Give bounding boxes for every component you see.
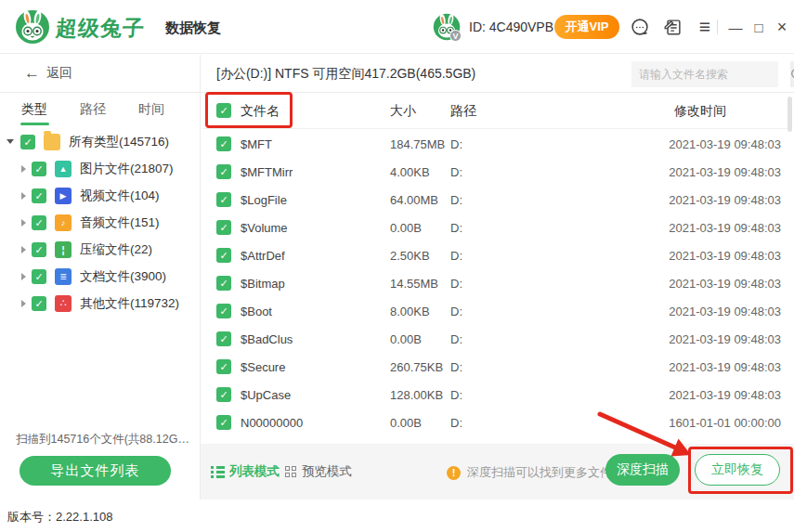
file-name: $Volume: [241, 221, 288, 235]
file-path: D:: [450, 137, 462, 151]
tree-item-videos[interactable]: ▶ 视频文件(104): [0, 182, 199, 209]
search-icon[interactable]: [790, 61, 794, 87]
tree-item-documents[interactable]: ≡ 文档文件(3900): [0, 263, 199, 290]
select-all-checkbox[interactable]: [216, 103, 231, 118]
table-row[interactable]: $BadClus 0.00B D: 2021-03-19 09:48:03: [202, 325, 787, 353]
file-path: D:: [450, 165, 462, 179]
column-path[interactable]: 路径: [450, 103, 476, 120]
row-checkbox[interactable]: [216, 192, 231, 207]
file-size: 260.75KB: [390, 360, 443, 374]
file-size: 128.00KB: [390, 388, 443, 402]
hint-text: 深度扫描可以找到更多文件: [467, 464, 612, 481]
search-input[interactable]: [631, 61, 790, 87]
tab-time[interactable]: 时间: [138, 101, 164, 118]
row-checkbox[interactable]: [216, 304, 231, 318]
table-row[interactable]: $MFTMirr 4.00KB D: 2021-03-19 09:48:03: [202, 158, 787, 186]
tree-checkbox[interactable]: [32, 188, 46, 203]
drive-info-title: [办公(D:)] NTFS 可用空间417.2GB(465.5GB): [216, 66, 475, 83]
table-row[interactable]: $AttrDef 2.50KB D: 2021-03-19 09:48:03: [202, 241, 787, 269]
deep-scan-hint: ! 深度扫描可以找到更多文件: [447, 464, 612, 481]
table-row[interactable]: N00000000 0.00B D: 1601-01-01 00:00:00: [202, 409, 787, 436]
back-arrow-icon: ←: [24, 64, 40, 83]
file-name: $UpCase: [241, 388, 291, 402]
column-size[interactable]: 大小: [390, 103, 416, 120]
file-modified: 2021-03-19 09:48:03: [641, 388, 781, 402]
row-checkbox[interactable]: [216, 387, 231, 402]
tree-label: 图片文件(21807): [80, 161, 174, 177]
app-name-suffix: 数据恢复: [165, 19, 221, 37]
file-path: D:: [450, 305, 462, 318]
row-checkbox[interactable]: [216, 415, 231, 430]
scrollbar-thumb[interactable]: [787, 97, 792, 132]
tree-item-audio[interactable]: ♪ 音频文件(151): [0, 209, 199, 236]
tree-checkbox[interactable]: [32, 242, 46, 257]
file-size: 0.00B: [390, 332, 422, 346]
tree-checkbox[interactable]: [20, 135, 35, 149]
row-checkbox[interactable]: [216, 359, 231, 374]
row-checkbox[interactable]: [216, 276, 231, 291]
table-row[interactable]: $LogFile 64.00MB D: 2021-03-19 09:48:03: [202, 186, 787, 214]
customer-service-icon[interactable]: [630, 17, 650, 37]
table-row[interactable]: $Secure 260.75KB D: 2021-03-19 09:48:03: [202, 353, 787, 381]
file-name: N00000000: [241, 416, 303, 430]
tree-item-others[interactable]: ∴ 其他文件(119732): [0, 290, 199, 317]
caret-down-icon[interactable]: [7, 139, 14, 144]
tree-label: 其他文件(119732): [80, 295, 179, 312]
tree-item-all-types[interactable]: 所有类型(145716): [0, 128, 199, 155]
row-checkbox[interactable]: [216, 164, 231, 179]
file-name: $MFT: [241, 137, 272, 151]
hamburger-menu-icon[interactable]: ≡: [695, 17, 715, 37]
list-mode-button[interactable]: 列表模式: [211, 463, 280, 480]
tree-checkbox[interactable]: [32, 215, 46, 230]
row-checkbox[interactable]: [216, 331, 231, 346]
file-name: $AttrDef: [241, 249, 285, 263]
back-button[interactable]: ← 返回: [24, 64, 72, 83]
export-file-list-button[interactable]: 导出文件列表: [20, 456, 171, 486]
deep-scan-button[interactable]: 深度扫描: [605, 454, 680, 486]
column-filename[interactable]: 文件名: [241, 103, 280, 120]
row-checkbox[interactable]: [216, 248, 231, 263]
video-file-icon: ▶: [55, 188, 72, 204]
tree-checkbox[interactable]: [32, 269, 46, 284]
caret-right-icon[interactable]: [21, 192, 26, 200]
table-row[interactable]: $Volume 0.00B D: 2021-03-19 09:48:03: [202, 214, 787, 241]
audio-file-icon: ♪: [55, 214, 72, 231]
file-size: 4.00KB: [390, 165, 430, 179]
recover-now-button[interactable]: 立即恢复: [695, 454, 780, 486]
table-row[interactable]: $Bitmap 14.55MB D: 2021-03-19 09:48:03: [202, 269, 787, 297]
caret-right-icon[interactable]: [21, 219, 26, 227]
minimize-button[interactable]: —: [725, 17, 746, 37]
file-size: 14.55MB: [390, 277, 438, 291]
tree-label: 压缩文件(22): [80, 241, 152, 258]
preview-mode-icon: [285, 466, 297, 478]
caret-right-icon[interactable]: [21, 246, 26, 253]
table-header: 文件名 大小 路径 修改时间: [202, 93, 787, 129]
caret-right-icon[interactable]: [21, 300, 26, 307]
warning-icon: !: [447, 466, 461, 480]
table-row[interactable]: $Boot 8.00KB D: 2021-03-19 09:48:03: [202, 297, 787, 325]
close-button[interactable]: ×: [772, 17, 792, 37]
row-checkbox[interactable]: [216, 136, 231, 151]
column-modified[interactable]: 修改时间: [674, 103, 726, 120]
caret-right-icon[interactable]: [21, 273, 26, 280]
tab-type[interactable]: 类型: [21, 101, 47, 118]
caret-right-icon[interactable]: [21, 165, 26, 173]
tab-path[interactable]: 路径: [80, 101, 106, 118]
table-row[interactable]: $UpCase 128.00KB D: 2021-03-19 09:48:03: [202, 381, 787, 409]
row-checkbox[interactable]: [216, 220, 231, 235]
feedback-form-icon[interactable]: [663, 17, 683, 37]
open-vip-button[interactable]: 开通VIP: [554, 15, 619, 39]
preview-mode-button[interactable]: 预览模式: [285, 463, 352, 480]
app-logo-rabbit-icon: [15, 9, 50, 45]
tree-item-images[interactable]: ▲ 图片文件(21807): [0, 155, 199, 182]
back-label: 返回: [46, 65, 72, 82]
maximize-button[interactable]: □: [748, 17, 769, 37]
file-modified: 2021-03-19 09:48:03: [641, 221, 781, 235]
bottom-action-bar: 列表模式 预览模式 ! 深度扫描可以找到更多文件 深度扫描 立即恢复: [201, 444, 794, 500]
scan-status-text: 扫描到145716个文件(共88.12G…: [16, 432, 192, 448]
tree-item-archives[interactable]: ¦ 压缩文件(22): [0, 236, 199, 263]
table-row[interactable]: $MFT 184.75MB D: 2021-03-19 09:48:03: [202, 130, 787, 158]
tree-checkbox[interactable]: [32, 162, 46, 176]
file-modified: 2021-03-19 09:48:03: [641, 360, 781, 374]
tree-checkbox[interactable]: [32, 296, 46, 311]
